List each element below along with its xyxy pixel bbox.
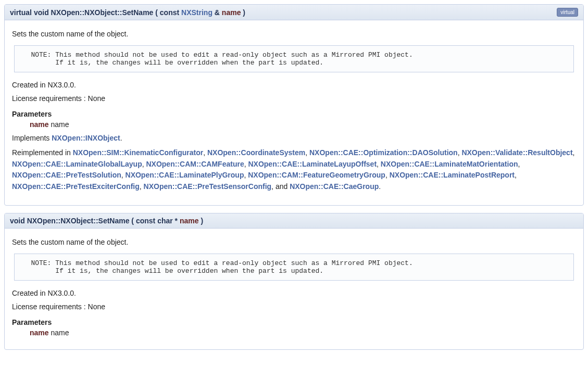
param-name: name — [30, 329, 49, 337]
method-block-setname-char: void NXOpen::NXObject::SetName ( const c… — [4, 213, 584, 350]
reimpl-link[interactable]: NXOpen::Validate::ResultObject — [461, 148, 572, 157]
description: Sets the custom name of the object. — [12, 30, 576, 38]
sig-suffix: ) — [241, 8, 245, 17]
params-label: Parameters — [12, 318, 576, 326]
separator: , — [518, 160, 520, 168]
separator: , — [305, 148, 309, 157]
separator: , — [121, 171, 126, 179]
reimpl-link[interactable]: NXOpen::CAM::CAMFeature — [146, 160, 244, 168]
reimpl-prefix: Reimplemented in — [12, 148, 73, 157]
reimpl-link[interactable]: NXOpen::CAE::LaminatePlyGroup — [126, 171, 244, 179]
virtual-badge: virtual — [557, 8, 578, 17]
sig-prefix: virtual void NXOpen::NXObject::SetName (… — [10, 8, 181, 17]
license-req: License requirements : None — [12, 302, 576, 311]
reimplemented-line: Reimplemented in NXOpen::SIM::KinematicC… — [12, 147, 576, 193]
method-body: Sets the custom name of the object. NOTE… — [5, 20, 583, 205]
reimpl-link[interactable]: NXOpen::SIM::KinematicConfigurator — [73, 148, 203, 157]
note-box: NOTE: This method should not be used to … — [14, 254, 574, 281]
separator: , — [140, 182, 144, 191]
separator: , — [385, 171, 390, 179]
method-body: Sets the custom name of the object. NOTE… — [5, 229, 583, 349]
implements-link[interactable]: NXOpen::INXObject — [52, 134, 120, 142]
type-link-nxstring[interactable]: NXString — [181, 8, 212, 17]
reimpl-link[interactable]: NXOpen::CAE::CaeGroup — [290, 182, 379, 191]
params-label: Parameters — [12, 110, 576, 118]
implements-suffix: . — [120, 134, 122, 142]
method-header: virtual void NXOpen::NXObject::SetName (… — [5, 5, 583, 20]
param-row: name name — [30, 329, 576, 337]
license-req: License requirements : None — [12, 94, 576, 103]
reimpl-link[interactable]: NXOpen::CAE::LaminateGlobalLayup — [12, 160, 142, 168]
separator: , — [515, 171, 517, 179]
separator: , — [377, 160, 381, 168]
reimpl-link[interactable]: NXOpen::CAE::PreTestSensorConfig — [144, 182, 272, 191]
implements-line: Implements NXOpen::INXObject. — [12, 134, 576, 142]
param-row: name name — [30, 120, 576, 129]
reimpl-link[interactable]: NXOpen::CAE::LaminateMatOrientation — [381, 160, 518, 168]
created-in: Created in NX3.0.0. — [12, 81, 576, 89]
reimpl-link[interactable]: NXOpen::CAE::Optimization::DAOSolution — [309, 148, 458, 157]
sig-mid: & — [212, 8, 222, 17]
separator-and: , and — [271, 182, 290, 191]
method-signature: virtual void NXOpen::NXObject::SetName (… — [10, 8, 557, 17]
method-header: void NXOpen::NXObject::SetName ( const c… — [5, 213, 583, 229]
reimpl-link[interactable]: NXOpen::CAE::PreTestExciterConfig — [12, 182, 140, 191]
sig-suffix: ) — [199, 217, 204, 225]
reimpl-link[interactable]: NXOpen::CAE::PreTestSolution — [12, 171, 121, 179]
param-desc: name — [51, 120, 69, 129]
sig-param-name: name — [180, 217, 199, 225]
reimpl-list: NXOpen::SIM::KinematicConfigurator, NXOp… — [12, 148, 574, 191]
reimpl-link[interactable]: NXOpen::CoordinateSystem — [207, 148, 305, 157]
method-block-setname-nxstring: virtual void NXOpen::NXObject::SetName (… — [4, 4, 584, 206]
implements-prefix: Implements — [12, 134, 52, 142]
sig-param-name: name — [222, 8, 241, 17]
separator: , — [573, 148, 575, 157]
param-desc: name — [51, 329, 69, 337]
description: Sets the custom name of the object. — [12, 238, 576, 246]
method-signature: void NXOpen::NXObject::SetName ( const c… — [10, 217, 578, 225]
reimpl-suffix: . — [379, 182, 381, 191]
note-box: NOTE: This method should not be used to … — [14, 45, 574, 72]
created-in: Created in NX3.0.0. — [12, 289, 576, 297]
separator: , — [203, 148, 207, 157]
param-name: name — [30, 120, 49, 129]
reimpl-link[interactable]: NXOpen::CAE::LaminateLayupOffset — [248, 160, 377, 168]
reimpl-link[interactable]: NXOpen::CAE::LaminatePostReport — [390, 171, 515, 179]
sig-prefix: void NXOpen::NXObject::SetName ( const c… — [10, 217, 180, 225]
reimpl-link[interactable]: NXOpen::CAM::FeatureGeometryGroup — [248, 171, 385, 179]
